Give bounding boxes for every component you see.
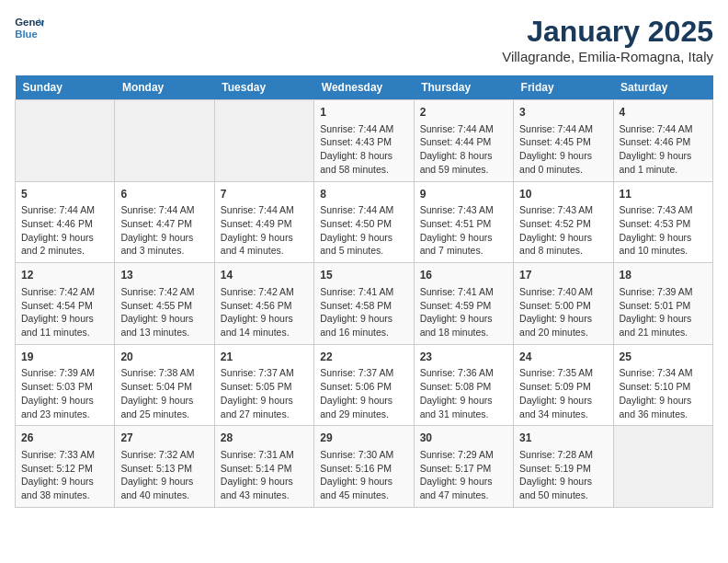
calendar-cell: 13Sunrise: 7:42 AM Sunset: 4:55 PM Dayli…: [115, 263, 214, 345]
day-number: 3: [519, 105, 607, 121]
day-content: Sunrise: 7:44 AM Sunset: 4:46 PM Dayligh…: [620, 122, 707, 177]
day-number: 12: [21, 268, 108, 283]
day-content: Sunrise: 7:36 AM Sunset: 5:08 PM Dayligh…: [420, 366, 507, 420]
day-number: 30: [420, 431, 507, 446]
week-row-1: 1Sunrise: 7:44 AM Sunset: 4:43 PM Daylig…: [16, 100, 713, 182]
calendar-cell: 14Sunrise: 7:42 AM Sunset: 4:56 PM Dayli…: [214, 263, 313, 345]
day-content: Sunrise: 7:32 AM Sunset: 5:13 PM Dayligh…: [120, 448, 208, 502]
day-number: 18: [620, 268, 707, 283]
calendar-cell: 22Sunrise: 7:37 AM Sunset: 5:06 PM Dayli…: [314, 344, 414, 426]
day-number: 1: [320, 105, 407, 121]
calendar-cell: 3Sunrise: 7:44 AM Sunset: 4:45 PM Daylig…: [514, 100, 613, 182]
day-number: 6: [120, 187, 208, 202]
calendar-table: SundayMondayTuesdayWednesdayThursdayFrid…: [15, 75, 713, 508]
day-header-sunday: Sunday: [16, 75, 115, 100]
calendar-cell: 18Sunrise: 7:39 AM Sunset: 5:01 PM Dayli…: [613, 263, 712, 345]
day-header-thursday: Thursday: [414, 75, 513, 100]
day-number: 19: [21, 350, 108, 365]
logo-icon: General Blue: [15, 15, 44, 40]
calendar-cell: 4Sunrise: 7:44 AM Sunset: 4:46 PM Daylig…: [613, 100, 712, 182]
calendar-cell: 19Sunrise: 7:39 AM Sunset: 5:03 PM Dayli…: [16, 344, 115, 426]
day-number: 16: [420, 268, 507, 283]
day-content: Sunrise: 7:39 AM Sunset: 5:03 PM Dayligh…: [21, 366, 108, 420]
day-number: 22: [320, 350, 407, 365]
day-number: 27: [120, 431, 208, 446]
calendar-cell: 7Sunrise: 7:44 AM Sunset: 4:49 PM Daylig…: [214, 181, 313, 263]
day-number: 23: [420, 350, 507, 365]
day-number: 31: [519, 431, 607, 446]
day-header-saturday: Saturday: [613, 75, 712, 100]
day-content: Sunrise: 7:41 AM Sunset: 4:59 PM Dayligh…: [420, 285, 507, 339]
day-content: Sunrise: 7:44 AM Sunset: 4:49 PM Dayligh…: [221, 203, 308, 258]
calendar-cell: 24Sunrise: 7:35 AM Sunset: 5:09 PM Dayli…: [514, 344, 613, 426]
calendar-cell: 21Sunrise: 7:37 AM Sunset: 5:05 PM Dayli…: [214, 344, 313, 426]
day-content: Sunrise: 7:30 AM Sunset: 5:16 PM Dayligh…: [320, 448, 407, 502]
day-content: Sunrise: 7:42 AM Sunset: 4:56 PM Dayligh…: [221, 285, 308, 339]
title-area: January 2025 Villagrande, Emilia-Romagna…: [502, 15, 713, 64]
day-number: 8: [320, 187, 407, 202]
calendar-cell: 30Sunrise: 7:29 AM Sunset: 5:17 PM Dayli…: [414, 426, 513, 508]
day-number: 13: [120, 268, 208, 283]
day-content: Sunrise: 7:42 AM Sunset: 4:55 PM Dayligh…: [120, 285, 208, 339]
week-row-2: 5Sunrise: 7:44 AM Sunset: 4:46 PM Daylig…: [16, 181, 713, 263]
calendar-cell: 1Sunrise: 7:44 AM Sunset: 4:43 PM Daylig…: [314, 100, 414, 182]
day-content: Sunrise: 7:44 AM Sunset: 4:46 PM Dayligh…: [21, 203, 108, 258]
day-content: Sunrise: 7:40 AM Sunset: 5:00 PM Dayligh…: [519, 285, 607, 339]
day-content: Sunrise: 7:44 AM Sunset: 4:45 PM Dayligh…: [519, 122, 607, 177]
calendar-cell: 6Sunrise: 7:44 AM Sunset: 4:47 PM Daylig…: [115, 181, 214, 263]
day-content: Sunrise: 7:28 AM Sunset: 5:19 PM Dayligh…: [519, 448, 607, 502]
calendar-cell: 29Sunrise: 7:30 AM Sunset: 5:16 PM Dayli…: [314, 426, 414, 508]
day-number: 7: [221, 187, 308, 202]
calendar-cell: 9Sunrise: 7:43 AM Sunset: 4:51 PM Daylig…: [414, 181, 513, 263]
week-row-5: 26Sunrise: 7:33 AM Sunset: 5:12 PM Dayli…: [16, 426, 713, 508]
calendar-cell: 5Sunrise: 7:44 AM Sunset: 4:46 PM Daylig…: [16, 181, 115, 263]
calendar-cell: [214, 100, 313, 182]
day-content: Sunrise: 7:38 AM Sunset: 5:04 PM Dayligh…: [120, 366, 208, 420]
day-header-monday: Monday: [115, 75, 214, 100]
day-content: Sunrise: 7:43 AM Sunset: 4:51 PM Dayligh…: [420, 203, 507, 258]
day-content: Sunrise: 7:29 AM Sunset: 5:17 PM Dayligh…: [420, 448, 507, 502]
day-number: 9: [420, 187, 507, 202]
day-number: 5: [21, 187, 108, 202]
day-content: Sunrise: 7:44 AM Sunset: 4:47 PM Dayligh…: [120, 203, 208, 258]
day-content: Sunrise: 7:43 AM Sunset: 4:52 PM Dayligh…: [519, 203, 607, 258]
calendar-cell: 10Sunrise: 7:43 AM Sunset: 4:52 PM Dayli…: [514, 181, 613, 263]
week-row-4: 19Sunrise: 7:39 AM Sunset: 5:03 PM Dayli…: [16, 344, 713, 426]
calendar-cell: 31Sunrise: 7:28 AM Sunset: 5:19 PM Dayli…: [514, 426, 613, 508]
day-number: 11: [620, 187, 707, 202]
day-content: Sunrise: 7:37 AM Sunset: 5:06 PM Dayligh…: [320, 366, 407, 420]
header: General Blue January 2025 Villagrande, E…: [15, 15, 713, 64]
calendar-cell: 16Sunrise: 7:41 AM Sunset: 4:59 PM Dayli…: [414, 263, 513, 345]
calendar-cell: 27Sunrise: 7:32 AM Sunset: 5:13 PM Dayli…: [115, 426, 214, 508]
logo: General Blue: [15, 15, 44, 40]
day-header-wednesday: Wednesday: [314, 75, 414, 100]
day-content: Sunrise: 7:44 AM Sunset: 4:44 PM Dayligh…: [420, 122, 507, 177]
calendar-cell: 2Sunrise: 7:44 AM Sunset: 4:44 PM Daylig…: [414, 100, 513, 182]
calendar-cell: 8Sunrise: 7:44 AM Sunset: 4:50 PM Daylig…: [314, 181, 414, 263]
calendar-cell: 15Sunrise: 7:41 AM Sunset: 4:58 PM Dayli…: [314, 263, 414, 345]
day-content: Sunrise: 7:33 AM Sunset: 5:12 PM Dayligh…: [21, 448, 108, 502]
calendar-cell: 20Sunrise: 7:38 AM Sunset: 5:04 PM Dayli…: [115, 344, 214, 426]
day-content: Sunrise: 7:34 AM Sunset: 5:10 PM Dayligh…: [620, 366, 707, 420]
day-content: Sunrise: 7:31 AM Sunset: 5:14 PM Dayligh…: [221, 448, 308, 502]
day-header-tuesday: Tuesday: [214, 75, 313, 100]
day-content: Sunrise: 7:41 AM Sunset: 4:58 PM Dayligh…: [320, 285, 407, 339]
week-row-3: 12Sunrise: 7:42 AM Sunset: 4:54 PM Dayli…: [16, 263, 713, 345]
day-number: 25: [620, 350, 707, 365]
calendar-cell: 11Sunrise: 7:43 AM Sunset: 4:53 PM Dayli…: [613, 181, 712, 263]
calendar-cell: 23Sunrise: 7:36 AM Sunset: 5:08 PM Dayli…: [414, 344, 513, 426]
calendar-cell: 26Sunrise: 7:33 AM Sunset: 5:12 PM Dayli…: [16, 426, 115, 508]
day-number: 24: [519, 350, 607, 365]
calendar-cell: [115, 100, 214, 182]
day-number: 17: [519, 268, 607, 283]
header-row: SundayMondayTuesdayWednesdayThursdayFrid…: [16, 75, 713, 100]
day-content: Sunrise: 7:44 AM Sunset: 4:43 PM Dayligh…: [320, 122, 407, 177]
day-number: 21: [221, 350, 308, 365]
day-number: 2: [420, 105, 507, 121]
calendar-cell: [16, 100, 115, 182]
day-content: Sunrise: 7:44 AM Sunset: 4:50 PM Dayligh…: [320, 203, 407, 258]
day-number: 20: [120, 350, 208, 365]
day-number: 29: [320, 431, 407, 446]
day-content: Sunrise: 7:42 AM Sunset: 4:54 PM Dayligh…: [21, 285, 108, 339]
calendar-cell: [613, 426, 712, 508]
